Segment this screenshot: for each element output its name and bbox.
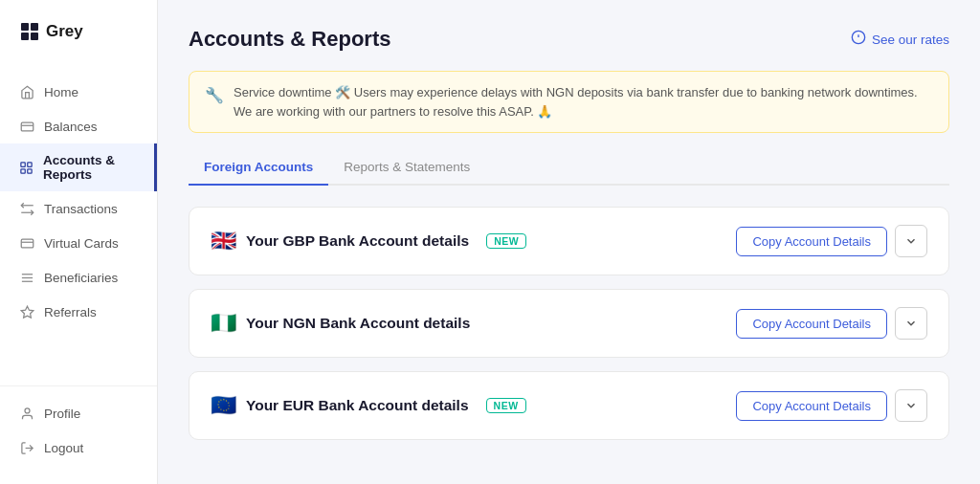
see-rates-label: See our rates	[872, 33, 949, 47]
sidebar-item-profile-label: Profile	[44, 407, 80, 421]
gbp-copy-button[interactable]: Copy Account Details	[736, 227, 887, 256]
profile-icon	[19, 406, 34, 421]
eur-account-title: Your EUR Bank Account details	[246, 397, 469, 414]
account-right-gbp: Copy Account Details	[736, 225, 927, 257]
gbp-account-title: Your GBP Bank Account details	[246, 232, 469, 250]
sidebar-item-beneficiaries[interactable]: Beneficiaries	[0, 260, 157, 295]
sidebar-item-virtual-cards[interactable]: Virtual Cards	[0, 226, 157, 260]
account-card-ngn: 🇳🇬 Your NGN Bank Account details Copy Ac…	[189, 289, 949, 358]
ngn-chevron-button[interactable]	[895, 307, 927, 340]
eur-flag-icon: 🇪🇺	[211, 393, 236, 418]
svg-rect-12	[21, 239, 33, 248]
alert-message: Service downtime 🛠️ Users may experience…	[234, 83, 933, 121]
sidebar-item-balances[interactable]: Balances	[0, 109, 157, 143]
gbp-chevron-button[interactable]	[895, 225, 927, 257]
rates-icon	[851, 30, 866, 49]
svg-rect-7	[28, 162, 32, 165]
account-right-ngn: Copy Account Details	[736, 307, 927, 340]
account-card-gbp: 🇬🇧 Your GBP Bank Account details NEW Cop…	[189, 207, 949, 275]
account-left-eur: 🇪🇺 Your EUR Bank Account details NEW	[211, 393, 526, 418]
eur-chevron-button[interactable]	[895, 389, 927, 422]
gbp-new-badge: NEW	[486, 233, 526, 249]
svg-marker-17	[21, 306, 33, 318]
sidebar-item-balances-label: Balances	[44, 120, 98, 134]
sidebar-item-home-label: Home	[44, 85, 78, 99]
nav-section: Home Balances Accounts & Reports Transac…	[0, 65, 157, 385]
svg-rect-9	[28, 168, 32, 172]
sidebar-item-logout[interactable]: Logout	[0, 430, 157, 465]
accounts-icon	[19, 160, 33, 175]
svg-point-18	[25, 407, 30, 412]
ngn-account-title: Your NGN Bank Account details	[246, 315, 470, 332]
referrals-icon	[19, 304, 34, 319]
sidebar-item-accounts-reports-label: Accounts & Reports	[43, 153, 135, 182]
account-left-gbp: 🇬🇧 Your GBP Bank Account details NEW	[211, 229, 526, 253]
ngn-copy-button[interactable]: Copy Account Details	[736, 309, 887, 339]
balances-icon	[19, 119, 34, 134]
eur-copy-button[interactable]: Copy Account Details	[736, 391, 887, 421]
main-content: Accounts & Reports See our rates 🔧 Servi…	[158, 0, 980, 484]
gbp-flag-icon: 🇬🇧	[211, 229, 236, 253]
logout-icon	[19, 440, 34, 455]
sidebar: Grey Home Balances Accounts & Reports Tr…	[0, 0, 158, 484]
svg-rect-1	[31, 23, 38, 31]
sidebar-item-accounts-reports[interactable]: Accounts & Reports	[0, 143, 157, 191]
svg-rect-2	[21, 33, 29, 40]
page-title: Accounts & Reports	[189, 27, 390, 52]
sidebar-item-logout-label: Logout	[44, 441, 83, 455]
account-card-eur: 🇪🇺 Your EUR Bank Account details NEW Cop…	[189, 371, 949, 440]
nav-bottom: Profile Logout	[0, 385, 157, 484]
sidebar-item-transactions[interactable]: Transactions	[0, 191, 157, 226]
ngn-flag-icon: 🇳🇬	[211, 311, 236, 336]
beneficiaries-icon	[19, 270, 34, 285]
svg-rect-4	[21, 122, 33, 131]
sidebar-item-virtual-cards-label: Virtual Cards	[44, 236, 119, 251]
sidebar-item-referrals-label: Referrals	[44, 305, 97, 319]
svg-rect-8	[21, 168, 25, 172]
sidebar-item-home[interactable]: Home	[0, 75, 157, 109]
tabs: Foreign Accounts Reports & Statements	[189, 152, 949, 186]
account-left-ngn: 🇳🇬 Your NGN Bank Account details	[211, 311, 470, 336]
logo-text: Grey	[46, 22, 83, 41]
alert-icon: 🔧	[205, 84, 224, 107]
sidebar-item-transactions-label: Transactions	[44, 202, 118, 216]
virtual-cards-icon	[19, 235, 34, 251]
sidebar-item-profile[interactable]: Profile	[0, 396, 157, 430]
svg-rect-6	[21, 162, 25, 165]
home-icon	[19, 84, 34, 99]
sidebar-item-beneficiaries-label: Beneficiaries	[44, 271, 118, 285]
page-header: Accounts & Reports See our rates	[189, 27, 949, 52]
eur-new-badge: NEW	[486, 398, 526, 413]
account-right-eur: Copy Account Details	[736, 389, 927, 422]
tab-reports-statements[interactable]: Reports & Statements	[328, 152, 485, 186]
svg-rect-0	[21, 23, 29, 31]
transactions-icon	[19, 201, 34, 216]
tab-foreign-accounts[interactable]: Foreign Accounts	[189, 152, 328, 186]
logo-icon	[19, 21, 40, 42]
logo: Grey	[0, 0, 157, 65]
sidebar-item-referrals[interactable]: Referrals	[0, 295, 157, 329]
svg-rect-3	[31, 33, 38, 40]
see-rates-link[interactable]: See our rates	[851, 30, 949, 49]
alert-banner: 🔧 Service downtime 🛠️ Users may experien…	[189, 71, 949, 133]
